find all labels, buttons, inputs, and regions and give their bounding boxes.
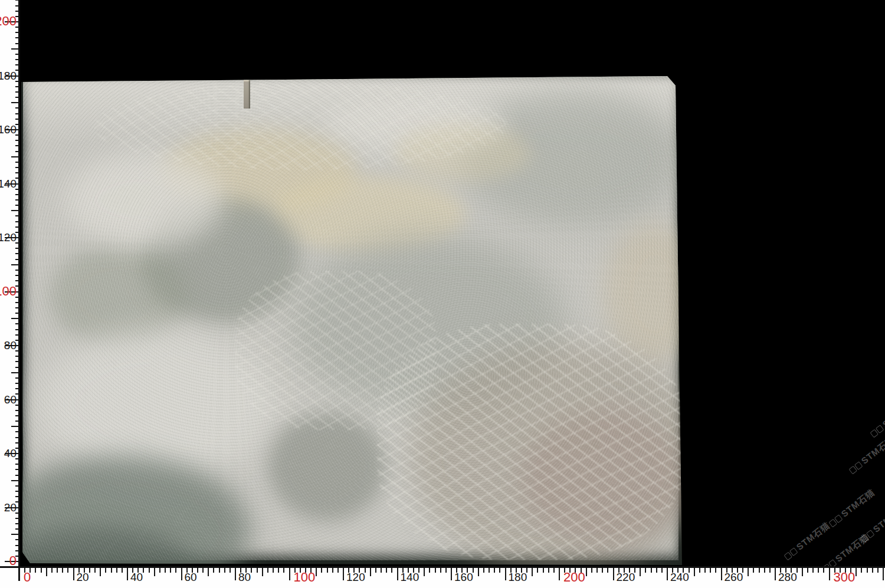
ruler-tick [15, 421, 20, 422]
ruler-tick [483, 568, 484, 573]
ruler-tick [35, 568, 36, 573]
watermark: STM石猫 [859, 502, 885, 544]
ruler-tick [759, 568, 760, 573]
ruler-tick [154, 568, 155, 576]
watermark: STM石猫 [827, 487, 877, 529]
ruler-bottom-label: 300 [834, 571, 856, 584]
ruler-tick [219, 568, 220, 573]
ruler-tick [15, 194, 20, 195]
ruler-tick [15, 431, 20, 432]
ruler-tick [11, 426, 20, 427]
ruler-tick [494, 568, 495, 573]
ruler-vertical: 020406080100120140160180200 [0, 0, 20, 567]
ruler-tick [15, 270, 20, 271]
ruler-tick [337, 568, 339, 573]
ruler-bottom-label: 20 [77, 571, 89, 583]
watermark: STM石猫 [847, 433, 885, 476]
ruler-tick [397, 568, 398, 580]
ruler-bottom-label: 40 [130, 571, 143, 583]
ruler-tick [11, 534, 20, 535]
ruler-tick [15, 97, 20, 98]
ruler-tick [543, 568, 544, 573]
ruler-left-label: 40 [4, 448, 17, 459]
ruler-tick [15, 11, 20, 12]
ruler-tick [170, 568, 171, 573]
ruler-tick [257, 568, 258, 573]
stm-cat-logo-icon [870, 425, 884, 438]
ruler-tick [15, 356, 20, 357]
ruler-bottom-label: 180 [509, 571, 527, 583]
slab-surface-texture [23, 76, 678, 560]
ruler-tick [11, 210, 20, 211]
ruler-tick [15, 464, 20, 465]
ruler-tick [15, 64, 20, 65]
watermark: STM石猫 [868, 397, 885, 439]
ruler-tick [15, 86, 20, 87]
ruler-left-label: 20 [4, 501, 17, 513]
ruler-left-label: 100 [0, 285, 17, 298]
ruler-tick [278, 568, 279, 573]
ruler-bottom-label: 280 [778, 571, 797, 583]
ruler-tick [235, 568, 236, 580]
ruler-tick [230, 568, 231, 573]
ruler-tick [273, 568, 274, 573]
ruler-left-label: 160 [0, 124, 17, 135]
ruler-tick [532, 568, 533, 576]
ruler-tick [15, 334, 20, 336]
ruler-tick [181, 568, 182, 580]
ruler-tick [370, 568, 371, 576]
ruler-tick [202, 568, 204, 573]
ruler-tick [478, 568, 479, 576]
ruler-tick [872, 568, 873, 573]
ruler-tick [332, 568, 333, 573]
ruler-tick [15, 550, 20, 551]
ruler-vertical-axis-line [18, 0, 20, 567]
ruler-tick [15, 259, 20, 260]
ruler-tick [15, 119, 20, 120]
ruler-tick [15, 226, 20, 228]
ruler-tick [100, 568, 101, 576]
ruler-tick [586, 568, 587, 576]
ruler-tick [283, 568, 284, 573]
ruler-tick [15, 172, 20, 173]
ruler-tick [15, 415, 20, 416]
ruler-tick [15, 313, 20, 314]
ruler-tick [15, 539, 20, 540]
watermark: STM石猫 [782, 520, 832, 562]
ruler-tick [15, 377, 20, 379]
ruler-left-label: 140 [0, 178, 17, 189]
ruler-tick [15, 383, 20, 384]
ruler-tick [602, 568, 603, 573]
ruler-bottom-label: 220 [617, 571, 635, 583]
ruler-bottom-label: 140 [401, 571, 419, 583]
ruler-tick [640, 568, 641, 576]
stm-cat-logo-icon [828, 514, 843, 527]
ruler-tick [11, 48, 20, 50]
ruler-tick [327, 568, 328, 573]
stone-slab [19, 73, 683, 567]
ruler-bottom-label: 240 [670, 571, 689, 583]
ruler-tick [208, 568, 209, 576]
ruler-tick [15, 367, 20, 368]
ruler-tick [607, 568, 608, 573]
ruler-tick [812, 568, 814, 573]
ruler-tick [15, 145, 20, 146]
ruler-tick [251, 568, 252, 573]
ruler-tick [11, 372, 20, 373]
ruler-tick [41, 568, 42, 573]
ruler-tick [445, 568, 447, 573]
ruler-tick [89, 568, 90, 573]
ruler-tick [19, 568, 20, 580]
ruler-tick [15, 59, 20, 60]
ruler-tick [267, 568, 268, 573]
ruler-bottom-label: 160 [454, 571, 473, 583]
ruler-tick [122, 568, 123, 573]
ruler-tick [15, 329, 20, 330]
ruler-tick [715, 568, 716, 573]
ruler-tick [11, 156, 20, 157]
texture-grain-overlay [23, 76, 678, 560]
ruler-tick [559, 568, 560, 580]
ruler-tick [175, 568, 176, 573]
ruler-tick [197, 568, 198, 573]
ruler-tick [15, 221, 20, 222]
